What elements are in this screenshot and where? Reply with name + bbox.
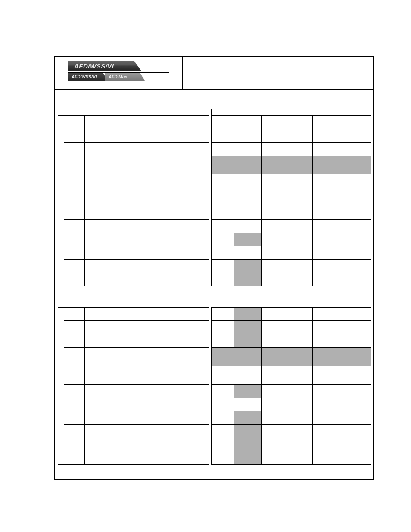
cell	[212, 321, 234, 334]
cell	[313, 273, 371, 286]
cell	[212, 411, 234, 425]
cell	[64, 273, 85, 286]
header-right-cell	[183, 57, 373, 90]
cell	[64, 321, 85, 334]
cell	[289, 233, 313, 246]
cell	[262, 246, 289, 260]
cell	[85, 321, 112, 334]
cell	[64, 193, 85, 206]
grid-a	[58, 109, 209, 286]
module-tab-label: AFD/WSS/VI	[74, 62, 114, 70]
cell	[212, 143, 234, 156]
cell	[289, 321, 313, 334]
tab-label: AFD/WSS/VI	[72, 75, 97, 79]
cell	[289, 129, 313, 143]
cell	[289, 308, 313, 321]
cell	[262, 411, 289, 425]
cell	[289, 366, 313, 385]
cell	[85, 233, 112, 246]
cell	[212, 425, 234, 438]
tab-afdwssvi[interactable]: AFD/WSS/VI	[68, 73, 108, 81]
cell	[112, 116, 138, 129]
cell	[138, 233, 164, 246]
cell	[212, 156, 234, 174]
cell	[64, 385, 85, 398]
cell	[212, 233, 234, 246]
cell	[85, 425, 112, 438]
cell	[164, 321, 209, 334]
cell	[313, 246, 371, 260]
cell	[85, 220, 112, 233]
cell	[85, 206, 112, 220]
cell	[164, 308, 209, 321]
cell	[262, 366, 289, 385]
cell	[112, 308, 138, 321]
cell	[289, 220, 313, 233]
cell	[313, 438, 371, 451]
cell	[112, 385, 138, 398]
cell	[112, 260, 138, 273]
cell	[262, 438, 289, 451]
cell	[289, 425, 313, 438]
cell	[112, 321, 138, 334]
cell	[85, 366, 112, 385]
cell	[262, 425, 289, 438]
row-gutter	[58, 116, 64, 286]
cell	[164, 398, 209, 411]
cell	[234, 246, 262, 260]
cell	[112, 398, 138, 411]
cell	[313, 321, 371, 334]
cell	[262, 129, 289, 143]
cell	[112, 143, 138, 156]
cell	[85, 143, 112, 156]
cell	[164, 246, 209, 260]
grid-d	[211, 307, 371, 465]
cell	[164, 451, 209, 465]
tab-label: AFD Map	[109, 75, 127, 79]
cell	[138, 308, 164, 321]
cell	[234, 116, 262, 129]
cell	[164, 143, 209, 156]
cell	[212, 438, 234, 451]
cell	[138, 220, 164, 233]
cell	[64, 438, 85, 451]
cell	[164, 411, 209, 425]
cell	[112, 193, 138, 206]
cell	[234, 451, 262, 465]
cell	[112, 273, 138, 286]
cell	[313, 260, 371, 273]
cell	[289, 143, 313, 156]
cell	[262, 398, 289, 411]
cell	[234, 308, 262, 321]
cell	[64, 451, 85, 465]
cell	[138, 193, 164, 206]
cell	[289, 193, 313, 206]
cell	[138, 385, 164, 398]
cell	[289, 116, 313, 129]
cell	[262, 143, 289, 156]
cell	[64, 348, 85, 366]
cell	[138, 129, 164, 143]
cell	[313, 129, 371, 143]
grid-a-head	[58, 109, 209, 116]
cell	[313, 398, 371, 411]
cell	[85, 308, 112, 321]
cell	[85, 156, 112, 174]
cell	[262, 321, 289, 334]
cell	[85, 438, 112, 451]
cell	[64, 334, 85, 348]
cell	[234, 385, 262, 398]
cell	[112, 233, 138, 246]
cell	[234, 425, 262, 438]
cell	[212, 348, 234, 366]
cell	[112, 348, 138, 366]
cell	[85, 174, 112, 193]
tab-afdmap[interactable]: AFD Map	[105, 73, 145, 81]
cell	[64, 220, 85, 233]
cell	[164, 260, 209, 273]
cell	[164, 273, 209, 286]
rule-bottom	[37, 491, 374, 491]
cell	[112, 334, 138, 348]
cell	[85, 385, 112, 398]
module-tab[interactable]: AFD/WSS/VI	[68, 61, 141, 71]
